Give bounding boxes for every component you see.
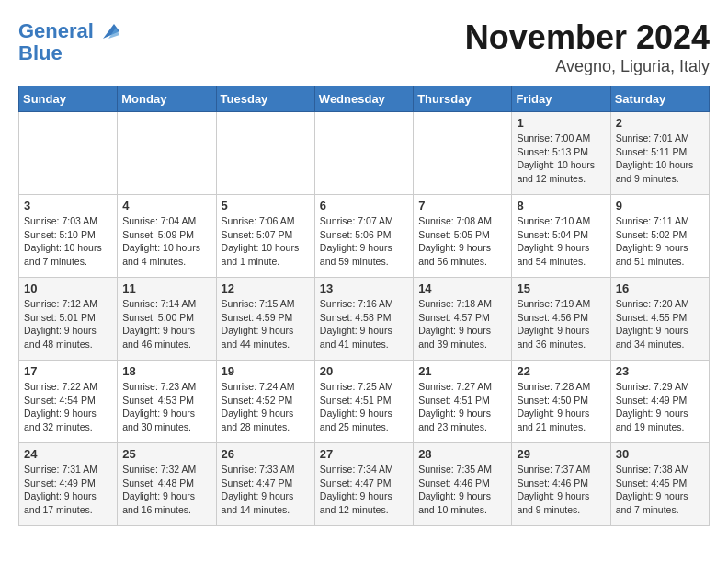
calendar-cell: 29Sunrise: 7:37 AM Sunset: 4:46 PM Dayli… xyxy=(512,443,610,526)
day-info: Sunrise: 7:33 AM Sunset: 4:47 PM Dayligh… xyxy=(222,463,310,517)
weekday-header-wednesday: Wednesday xyxy=(314,86,413,112)
calendar-cell: 27Sunrise: 7:34 AM Sunset: 4:47 PM Dayli… xyxy=(314,443,413,526)
day-info: Sunrise: 7:38 AM Sunset: 4:45 PM Dayligh… xyxy=(616,463,704,517)
day-number: 29 xyxy=(517,447,605,461)
logo-icon xyxy=(96,18,121,44)
logo: General Blue xyxy=(18,18,121,64)
calendar-cell: 18Sunrise: 7:23 AM Sunset: 4:53 PM Dayli… xyxy=(118,361,216,443)
logo-subtext: Blue xyxy=(18,42,121,64)
day-number: 12 xyxy=(222,282,310,295)
day-number: 14 xyxy=(418,282,506,295)
calendar-cell: 21Sunrise: 7:27 AM Sunset: 4:51 PM Dayli… xyxy=(414,361,512,443)
calendar-cell: 15Sunrise: 7:19 AM Sunset: 4:56 PM Dayli… xyxy=(512,278,610,361)
day-number: 21 xyxy=(418,364,506,378)
day-number: 18 xyxy=(122,364,210,378)
calendar-cell: 12Sunrise: 7:15 AM Sunset: 4:59 PM Dayli… xyxy=(216,278,314,361)
day-info: Sunrise: 7:10 AM Sunset: 5:04 PM Dayligh… xyxy=(517,214,605,269)
weekday-header-saturday: Saturday xyxy=(610,86,709,112)
weekday-header-thursday: Thursday xyxy=(414,86,512,112)
weekday-header-monday: Monday xyxy=(118,86,216,112)
day-number: 26 xyxy=(222,447,310,461)
day-number: 24 xyxy=(24,447,112,461)
day-number: 6 xyxy=(320,199,408,213)
calendar-cell: 1Sunrise: 7:00 AM Sunset: 5:13 PM Daylig… xyxy=(512,112,610,195)
day-info: Sunrise: 7:08 AM Sunset: 5:05 PM Dayligh… xyxy=(418,214,506,269)
day-info: Sunrise: 7:24 AM Sunset: 4:52 PM Dayligh… xyxy=(222,380,310,434)
calendar-cell: 11Sunrise: 7:14 AM Sunset: 5:00 PM Dayli… xyxy=(118,278,216,361)
day-number: 23 xyxy=(616,364,704,378)
day-info: Sunrise: 7:15 AM Sunset: 4:59 PM Dayligh… xyxy=(222,297,310,351)
calendar-week-5: 24Sunrise: 7:31 AM Sunset: 4:49 PM Dayli… xyxy=(19,443,710,526)
calendar-cell: 22Sunrise: 7:28 AM Sunset: 4:50 PM Dayli… xyxy=(512,361,610,443)
calendar-week-1: 1Sunrise: 7:00 AM Sunset: 5:13 PM Daylig… xyxy=(19,112,710,195)
day-info: Sunrise: 7:29 AM Sunset: 4:49 PM Dayligh… xyxy=(616,380,704,434)
day-info: Sunrise: 7:20 AM Sunset: 4:55 PM Dayligh… xyxy=(616,297,704,351)
day-info: Sunrise: 7:03 AM Sunset: 5:10 PM Dayligh… xyxy=(24,214,112,269)
day-info: Sunrise: 7:11 AM Sunset: 5:02 PM Dayligh… xyxy=(616,214,704,269)
calendar-cell: 2Sunrise: 7:01 AM Sunset: 5:11 PM Daylig… xyxy=(610,112,709,195)
logo-text: General xyxy=(18,20,94,42)
calendar-cell: 10Sunrise: 7:12 AM Sunset: 5:01 PM Dayli… xyxy=(19,278,118,361)
day-info: Sunrise: 7:28 AM Sunset: 4:50 PM Dayligh… xyxy=(517,380,605,434)
day-info: Sunrise: 7:12 AM Sunset: 5:01 PM Dayligh… xyxy=(24,297,112,351)
day-number: 25 xyxy=(122,447,210,461)
day-info: Sunrise: 7:37 AM Sunset: 4:46 PM Dayligh… xyxy=(517,463,605,517)
day-info: Sunrise: 7:04 AM Sunset: 5:09 PM Dayligh… xyxy=(122,214,210,269)
calendar-cell: 28Sunrise: 7:35 AM Sunset: 4:46 PM Dayli… xyxy=(414,443,512,526)
day-number: 7 xyxy=(418,199,506,213)
calendar-cell: 25Sunrise: 7:32 AM Sunset: 4:48 PM Dayli… xyxy=(118,443,216,526)
day-info: Sunrise: 7:00 AM Sunset: 5:13 PM Dayligh… xyxy=(517,132,605,186)
day-number: 13 xyxy=(320,282,408,295)
calendar-cell xyxy=(19,112,118,195)
calendar-cell: 4Sunrise: 7:04 AM Sunset: 5:09 PM Daylig… xyxy=(118,195,216,278)
day-number: 22 xyxy=(517,364,605,378)
calendar-cell: 23Sunrise: 7:29 AM Sunset: 4:49 PM Dayli… xyxy=(610,361,709,443)
day-number: 28 xyxy=(418,447,506,461)
calendar-cell: 16Sunrise: 7:20 AM Sunset: 4:55 PM Dayli… xyxy=(610,278,709,361)
month-title: November 2024 xyxy=(465,18,710,57)
day-info: Sunrise: 7:25 AM Sunset: 4:51 PM Dayligh… xyxy=(320,380,408,434)
day-info: Sunrise: 7:01 AM Sunset: 5:11 PM Dayligh… xyxy=(616,132,704,186)
day-info: Sunrise: 7:22 AM Sunset: 4:54 PM Dayligh… xyxy=(24,380,112,434)
day-number: 16 xyxy=(616,282,704,295)
calendar-week-3: 10Sunrise: 7:12 AM Sunset: 5:01 PM Dayli… xyxy=(19,278,710,361)
calendar-cell: 20Sunrise: 7:25 AM Sunset: 4:51 PM Dayli… xyxy=(314,361,413,443)
calendar-cell: 26Sunrise: 7:33 AM Sunset: 4:47 PM Dayli… xyxy=(216,443,314,526)
day-number: 5 xyxy=(222,199,310,213)
day-info: Sunrise: 7:32 AM Sunset: 4:48 PM Dayligh… xyxy=(122,463,210,517)
day-info: Sunrise: 7:34 AM Sunset: 4:47 PM Dayligh… xyxy=(320,463,408,517)
weekday-header-sunday: Sunday xyxy=(19,86,118,112)
weekday-header-row: SundayMondayTuesdayWednesdayThursdayFrid… xyxy=(19,86,710,112)
day-number: 30 xyxy=(616,447,704,461)
day-info: Sunrise: 7:18 AM Sunset: 4:57 PM Dayligh… xyxy=(418,297,506,351)
day-number: 20 xyxy=(320,364,408,378)
calendar-cell xyxy=(414,112,512,195)
day-info: Sunrise: 7:14 AM Sunset: 5:00 PM Dayligh… xyxy=(122,297,210,351)
day-number: 8 xyxy=(517,199,605,213)
calendar-cell: 24Sunrise: 7:31 AM Sunset: 4:49 PM Dayli… xyxy=(19,443,118,526)
day-info: Sunrise: 7:35 AM Sunset: 4:46 PM Dayligh… xyxy=(418,463,506,517)
calendar-cell: 14Sunrise: 7:18 AM Sunset: 4:57 PM Dayli… xyxy=(414,278,512,361)
title-block: November 2024 Avegno, Liguria, Italy xyxy=(465,18,710,76)
weekday-header-tuesday: Tuesday xyxy=(216,86,314,112)
day-number: 1 xyxy=(517,116,605,130)
calendar-cell: 3Sunrise: 7:03 AM Sunset: 5:10 PM Daylig… xyxy=(19,195,118,278)
page-header: General Blue November 2024 Avegno, Ligur… xyxy=(18,18,710,76)
day-number: 2 xyxy=(616,116,704,130)
day-number: 11 xyxy=(122,282,210,295)
calendar-week-2: 3Sunrise: 7:03 AM Sunset: 5:10 PM Daylig… xyxy=(19,195,710,278)
calendar-cell xyxy=(216,112,314,195)
day-info: Sunrise: 7:31 AM Sunset: 4:49 PM Dayligh… xyxy=(24,463,112,517)
calendar-cell: 6Sunrise: 7:07 AM Sunset: 5:06 PM Daylig… xyxy=(314,195,413,278)
calendar-cell: 17Sunrise: 7:22 AM Sunset: 4:54 PM Dayli… xyxy=(19,361,118,443)
day-number: 17 xyxy=(24,364,112,378)
weekday-header-friday: Friday xyxy=(512,86,610,112)
day-number: 10 xyxy=(24,282,112,295)
day-number: 19 xyxy=(222,364,310,378)
location: Avegno, Liguria, Italy xyxy=(465,57,710,76)
calendar-cell xyxy=(118,112,216,195)
day-info: Sunrise: 7:23 AM Sunset: 4:53 PM Dayligh… xyxy=(122,380,210,434)
calendar-cell: 19Sunrise: 7:24 AM Sunset: 4:52 PM Dayli… xyxy=(216,361,314,443)
day-info: Sunrise: 7:27 AM Sunset: 4:51 PM Dayligh… xyxy=(418,380,506,434)
calendar-cell: 9Sunrise: 7:11 AM Sunset: 5:02 PM Daylig… xyxy=(610,195,709,278)
